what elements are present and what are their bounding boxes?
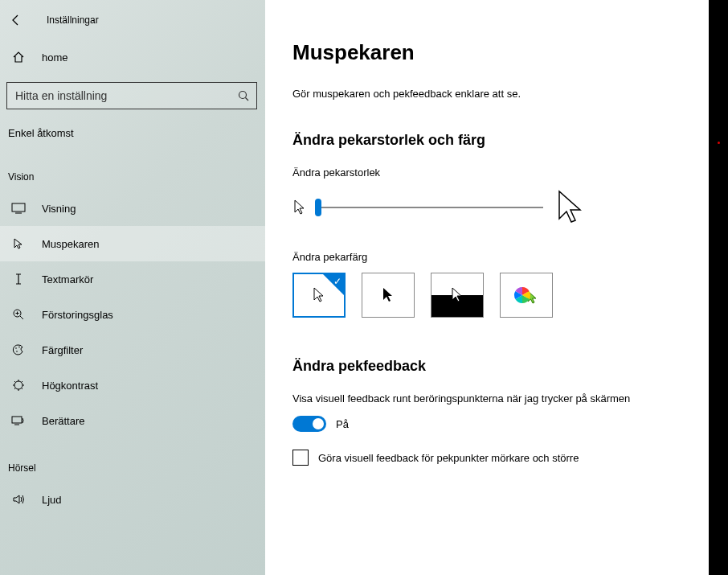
sidebar-item-label: Textmarkör (42, 273, 93, 285)
feedback-toggle-label: Visa visuell feedback runt beröringspunk… (292, 392, 685, 405)
sidebar-item-berattare[interactable]: Berättare (0, 403, 265, 438)
section-label: Enkel åtkomst (0, 109, 265, 147)
svg-line-5 (20, 316, 23, 319)
right-black-bar (709, 0, 728, 575)
pointer-icon (11, 236, 26, 251)
category-label-horsel: Hörsel (0, 438, 265, 482)
sidebar-item-label: Ljud (42, 494, 62, 506)
display-icon (11, 201, 26, 216)
cursor-large-icon (554, 188, 587, 227)
cursor-inverted-icon (450, 285, 464, 305)
pointer-color-tiles: ✓ (292, 273, 685, 318)
sidebar-item-label: Högkontrast (42, 380, 98, 392)
app-title: Inställningar (47, 14, 99, 26)
magnifier-icon (11, 307, 26, 322)
sidebar-item-textmarkor[interactable]: Textmarkör (0, 261, 265, 297)
svg-point-9 (16, 351, 18, 352)
search-input[interactable] (15, 89, 237, 102)
sidebar-item-visning[interactable]: Visning (0, 191, 265, 226)
color-wheel-icon (513, 286, 531, 304)
sidebar-item-forstoringsglas[interactable]: Förstoringsglas (0, 297, 265, 332)
sidebar-item-label: Muspekaren (42, 238, 100, 250)
section-heading-size-color: Ändra pekarstorlek och färg (292, 132, 685, 149)
palette-icon (11, 343, 26, 357)
toggle-state-label: På (336, 418, 349, 430)
svg-point-10 (18, 347, 20, 348)
back-button[interactable] (8, 12, 24, 28)
color-tile-white[interactable]: ✓ (292, 273, 346, 318)
page-title: Muspekaren (292, 40, 685, 65)
pointer-size-slider[interactable] (318, 207, 543, 208)
svg-point-8 (15, 347, 17, 349)
svg-point-0 (239, 92, 247, 99)
text-cursor-icon (11, 272, 26, 286)
pointer-color-label: Ändra pekarfärg (292, 251, 685, 263)
darker-feedback-label: Göra visuell feedback för pekpunkter mör… (318, 452, 579, 464)
check-icon: ✓ (333, 276, 342, 287)
search-input-wrapper[interactable] (6, 82, 257, 109)
sidebar-item-label: Berättare (42, 415, 84, 427)
contrast-icon (11, 378, 26, 392)
main-content: Muspekaren Gör muspekaren och pekfeedbac… (265, 0, 709, 575)
toggle-knob (313, 418, 324, 429)
cursor-small-icon (292, 198, 307, 217)
sidebar-item-fargfilter[interactable]: Färgfilter (0, 332, 265, 368)
home-label: home (42, 51, 68, 64)
color-tile-inverted[interactable] (431, 273, 484, 318)
sidebar-item-label: Färgfilter (42, 344, 83, 356)
svg-line-16 (14, 381, 16, 383)
svg-rect-20 (12, 417, 22, 423)
sidebar-item-label: Visning (42, 203, 76, 215)
darker-feedback-checkbox[interactable] (292, 450, 309, 466)
home-button[interactable]: home (0, 32, 265, 82)
section-heading-feedback: Ändra pekfeedback (292, 358, 685, 375)
narrator-icon (11, 413, 26, 428)
sidebar-item-ljud[interactable]: Ljud (0, 482, 265, 517)
home-icon (11, 50, 26, 64)
color-tile-custom[interactable] (500, 273, 553, 318)
sidebar-item-muspekaren[interactable]: Muspekaren (0, 226, 265, 261)
speaker-icon (11, 492, 26, 507)
slider-thumb[interactable] (315, 199, 321, 216)
svg-line-19 (22, 381, 23, 383)
svg-line-1 (246, 98, 249, 101)
cursor-black-icon (381, 285, 395, 305)
page-subtitle: Gör muspekaren och pekfeedback enklare a… (292, 88, 685, 100)
arrow-left-icon (10, 14, 22, 27)
pointer-size-label: Ändra pekarstorlek (292, 166, 685, 179)
sidebar-item-hogkontrast[interactable]: Högkontrast (0, 368, 265, 403)
category-label-vision: Vision (0, 147, 265, 191)
svg-line-18 (14, 388, 16, 390)
color-tile-black[interactable] (362, 273, 415, 318)
sidebar: Inställningar home Enkel åtkomst Vision … (0, 0, 265, 575)
red-dot-icon (718, 142, 720, 144)
feedback-toggle[interactable] (292, 416, 326, 432)
svg-rect-2 (12, 203, 25, 212)
svg-line-17 (22, 388, 23, 390)
sidebar-item-label: Förstoringsglas (42, 309, 113, 321)
search-icon (237, 89, 250, 102)
